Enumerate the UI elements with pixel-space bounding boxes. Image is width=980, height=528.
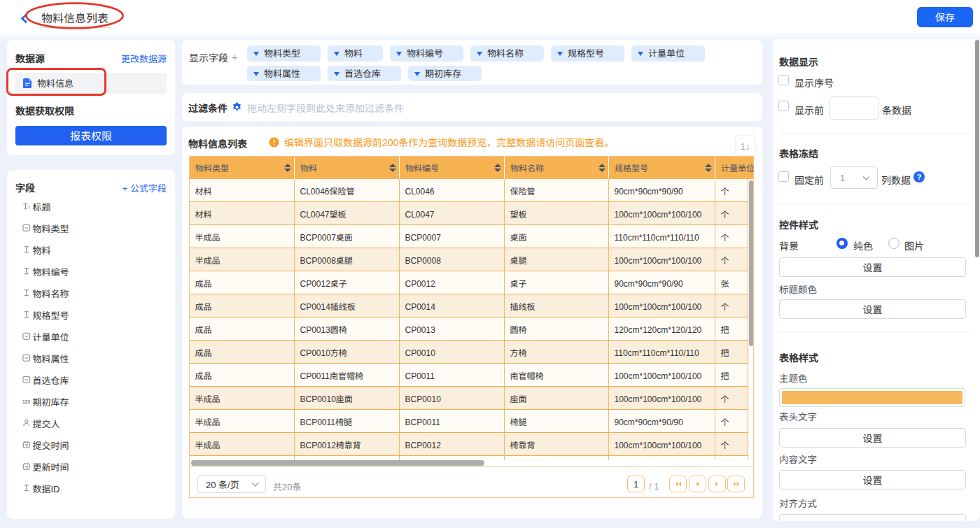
svg-text:123: 123 [22, 399, 30, 404]
svg-text:?: ? [917, 173, 922, 181]
